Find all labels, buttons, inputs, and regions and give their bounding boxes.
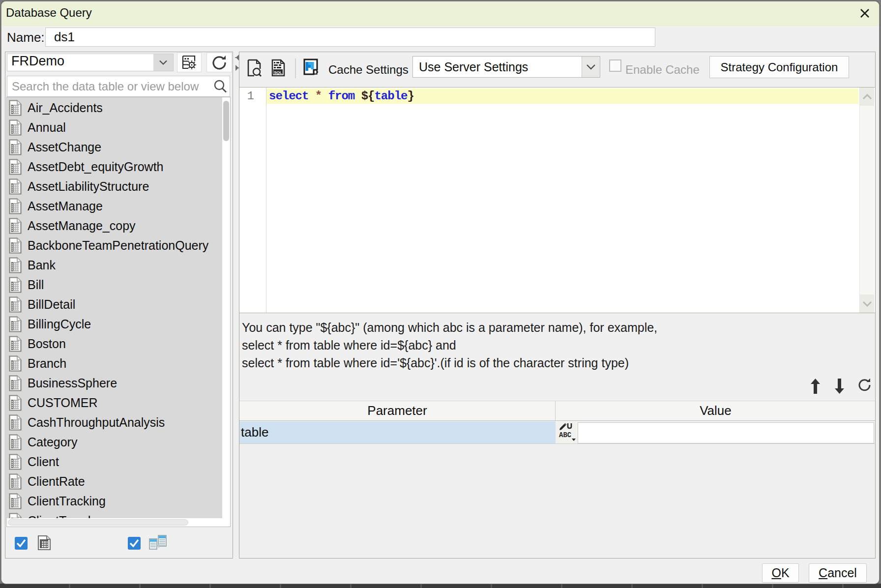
table-list-item[interactable]: CUSTOMER: [7, 394, 222, 414]
cache-mode-select[interactable]: Use Server Settings: [412, 56, 600, 78]
table-name-label: Air_Accidents: [28, 98, 103, 117]
table-name-label: Bill: [28, 275, 44, 294]
parameter-column-header: Parameter: [239, 401, 556, 420]
table-list-item[interactable]: AssetChange: [7, 139, 222, 158]
database-query-dialog: Database Query Name: ds1 FRDemo: [1, 1, 880, 584]
table-list-horizontal-scrollbar[interactable]: [7, 518, 222, 527]
table-name-label: BusinessSphere: [28, 374, 117, 392]
table-list-item[interactable]: AssetManage_copy: [7, 217, 222, 237]
parameter-name-cell[interactable]: table: [239, 421, 556, 443]
table-list-item[interactable]: Client: [7, 453, 222, 473]
table-name-label: Bank: [28, 256, 56, 274]
horizontal-scrollbar-thumb[interactable]: [8, 519, 188, 526]
svg-text:SQL: SQL: [274, 70, 282, 75]
preview-query-icon[interactable]: [247, 59, 262, 79]
move-parameter-up-button[interactable]: [810, 379, 821, 396]
table-list-item[interactable]: BackboneTeamPenetrationQuery: [7, 237, 222, 257]
table-list-item[interactable]: Boston: [7, 335, 222, 355]
table-list-item[interactable]: BillingCycle: [7, 316, 222, 335]
table-list-item[interactable]: AssetDebt_equityGrowth: [7, 158, 222, 178]
table-icon: [9, 100, 22, 118]
table-icon: [9, 473, 22, 492]
table-list-item[interactable]: ClientTrend: [7, 512, 222, 518]
table-list-item[interactable]: BillDetail: [7, 296, 222, 316]
table-name-label: AssetManage_copy: [28, 216, 136, 235]
table-name-label: CashThroughputAnalysis: [28, 413, 165, 432]
table-list-item[interactable]: AssetManage: [7, 198, 222, 217]
table-type-icon: [37, 535, 51, 553]
table-name-label: Client: [28, 452, 59, 471]
data-table-panel: FRDemo: [5, 52, 233, 559]
table-list-scrollpane: Air_AccidentsAnnualAssetChangeAssetDebt_…: [6, 97, 231, 527]
connection-config-button[interactable]: [177, 53, 202, 72]
connection-select[interactable]: FRDemo: [7, 54, 174, 71]
cancel-button[interactable]: Cancel: [809, 563, 867, 583]
table-icon: [9, 336, 22, 354]
sql-file-icon[interactable]: SQL: [271, 59, 286, 79]
table-search-input[interactable]: Search the data table or view below: [7, 76, 230, 97]
scrollbar-corner: [222, 518, 230, 527]
table-icon: [9, 139, 22, 157]
cache-mode-selected-value: Use Server Settings: [419, 57, 528, 77]
view-type-icon: [148, 535, 167, 553]
svg-text:ABC: ABC: [559, 431, 572, 439]
dialog-titlebar[interactable]: Database Query: [1, 1, 879, 26]
dialog-title: Database Query: [6, 1, 92, 24]
table-list-item[interactable]: Category: [7, 434, 222, 453]
close-icon[interactable]: [857, 6, 872, 21]
table-list-item[interactable]: ClientRate: [7, 473, 222, 493]
name-label: Name:: [7, 30, 45, 45]
show-tables-checkbox[interactable]: [15, 537, 28, 550]
strategy-configuration-button[interactable]: Strategy Configuration: [709, 56, 849, 78]
ok-button[interactable]: OK: [762, 563, 799, 583]
sql-code-line[interactable]: select * from ${table}: [269, 88, 414, 104]
table-list-vertical-scrollbar[interactable]: [222, 97, 230, 518]
table-list-item[interactable]: Branch: [7, 355, 222, 375]
parameter-row[interactable]: table ABC: [239, 421, 875, 444]
table-name-label: AssetManage: [28, 197, 103, 215]
chevron-down-icon[interactable]: [582, 57, 600, 77]
table-icon: [9, 355, 22, 374]
value-column-header: Value: [556, 401, 875, 420]
table-list-item[interactable]: Annual: [7, 119, 222, 139]
table-icon: [9, 198, 22, 216]
enable-cache-checkbox[interactable]: [609, 59, 621, 72]
table-list-item[interactable]: Bill: [7, 276, 222, 296]
name-input[interactable]: ds1: [45, 28, 655, 47]
table-list-item[interactable]: ClientTracking: [7, 493, 222, 512]
table-list-item[interactable]: AssetLiabilityStructure: [7, 178, 222, 198]
parameter-doc-icon[interactable]: [303, 59, 318, 77]
search-placeholder: Search the data table or view below: [12, 76, 199, 96]
table-icon: [9, 277, 22, 295]
move-parameter-down-button[interactable]: [834, 379, 845, 396]
table-list-item[interactable]: Air_Accidents: [7, 99, 222, 119]
parameter-value-input[interactable]: [578, 422, 874, 443]
show-views-checkbox[interactable]: [128, 537, 141, 550]
refresh-parameters-button[interactable]: [857, 377, 872, 395]
editor-vertical-scrollbar[interactable]: [859, 88, 874, 313]
table-name-label: BillingCycle: [28, 315, 91, 333]
help-text-line: select * from table where id='${abc}'.(i…: [242, 354, 629, 372]
string-editor-icon: ABC: [558, 422, 576, 443]
table-name-label: BackboneTeamPenetrationQuery: [28, 236, 208, 255]
chevron-down-icon[interactable]: [153, 54, 173, 71]
value-editor-type-button[interactable]: ABC: [556, 421, 578, 443]
connection-refresh-button[interactable]: [206, 53, 232, 72]
query-panel: SQL Cache Settings Use Server Settings: [239, 52, 876, 559]
table-list-item[interactable]: Bank: [7, 257, 222, 276]
help-text-line: You can type "${abc}" (among which abc i…: [242, 319, 657, 336]
vertical-scrollbar-thumb[interactable]: [223, 101, 229, 141]
table-name-label: CUSTOMER: [28, 393, 98, 412]
table-list-item[interactable]: BusinessSphere: [7, 375, 222, 394]
scroll-down-icon[interactable]: [860, 294, 874, 313]
scroll-up-icon[interactable]: [860, 88, 874, 106]
connection-selected-value: FRDemo: [11, 53, 64, 69]
table-name-label: AssetChange: [28, 138, 101, 156]
table-icon: [9, 237, 22, 256]
table-icon: [9, 434, 22, 452]
table-name-label: Branch: [28, 354, 66, 373]
table-name-label: ClientTracking: [28, 492, 106, 510]
table-icon: [9, 454, 22, 472]
sql-editor[interactable]: 1 select * from ${table}: [239, 88, 875, 313]
table-list-item[interactable]: CashThroughputAnalysis: [7, 414, 222, 434]
